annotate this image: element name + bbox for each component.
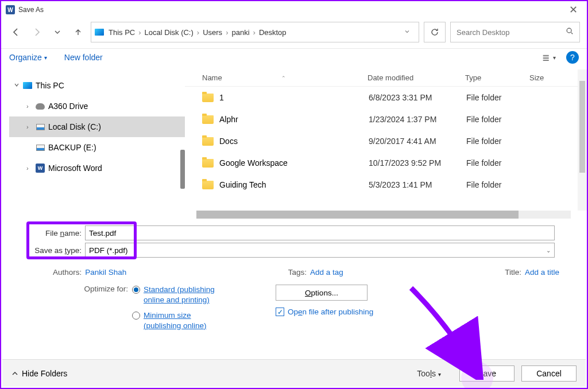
folder-icon — [202, 94, 214, 102]
window-title: Save As — [18, 6, 44, 14]
folder-icon — [202, 181, 214, 189]
file-row[interactable]: Google Workspace10/17/2023 9:52 PMFile f… — [185, 152, 587, 174]
file-list: Name ⌃ Date modified Type Size 16/8/2023… — [185, 69, 587, 219]
toolbar: Organize▾ New folder ≣ ▾ ? — [1, 49, 587, 69]
disk-icon — [36, 145, 45, 151]
bottom-bar: Hide Folders Tools▾ Save Cancel — [2, 359, 586, 387]
radio-off-icon — [132, 312, 140, 320]
view-icon[interactable]: ≣ — [542, 52, 550, 63]
search-input[interactable] — [457, 28, 566, 37]
optimize-label: Optimize for: — [70, 285, 132, 293]
file-row[interactable]: 16/8/2023 3:31 PMFile folder — [185, 87, 587, 108]
radio-minimum[interactable]: Minimum size (publishing online) — [132, 310, 230, 330]
authors-label: Authors: — [53, 268, 82, 277]
view-dropdown[interactable]: ▾ — [553, 55, 556, 61]
radio-standard[interactable]: Standard (publishing online and printing… — [132, 285, 230, 305]
pc-icon — [23, 82, 32, 89]
pc-icon — [95, 29, 104, 36]
authors-value[interactable]: Pankil Shah — [85, 268, 126, 277]
up-button[interactable] — [70, 24, 86, 41]
new-folder-button[interactable]: New folder — [64, 53, 103, 62]
word-icon: W — [6, 5, 15, 14]
title-label: Title: — [505, 268, 521, 277]
search-icon — [566, 27, 574, 37]
filename-input[interactable] — [85, 225, 555, 240]
tree-item-a360[interactable]: › A360 Drive — [9, 96, 185, 116]
open-after-checkbox[interactable]: ✓Open file after publishing — [276, 308, 396, 316]
refresh-button[interactable] — [424, 22, 446, 42]
svg-point-0 — [567, 28, 571, 33]
tree-this-pc[interactable]: This PC — [9, 75, 185, 96]
expand-icon[interactable]: › — [26, 103, 34, 110]
tree-item-word[interactable]: › W Microsoft Word — [9, 158, 185, 178]
crumb-users[interactable]: Users — [203, 28, 222, 37]
tags-value[interactable]: Add a tag — [310, 268, 343, 277]
nav-row: This PC› Local Disk (C:)› Users› panki› … — [1, 18, 587, 48]
back-button[interactable] — [8, 24, 24, 41]
column-headers[interactable]: Name ⌃ Date modified Type Size — [185, 69, 587, 87]
help-icon[interactable]: ? — [566, 51, 579, 64]
crumb-desktop[interactable]: Desktop — [259, 28, 287, 37]
tree-pane: This PC › A360 Drive › Local Disk (C:) B… — [1, 69, 185, 219]
sort-icon: ⌃ — [281, 75, 286, 81]
tools-menu[interactable]: Tools▾ — [417, 369, 441, 378]
search-box[interactable] — [450, 22, 580, 42]
tree-scrollbar[interactable] — [180, 150, 185, 189]
vertical-scrollbar[interactable] — [578, 69, 587, 211]
tree-item-backup[interactable]: BACKUP (E:) — [9, 137, 185, 158]
file-row[interactable]: Alphr1/23/2024 1:37 PMFile folder — [185, 108, 587, 130]
crumb-this-pc[interactable]: This PC — [109, 28, 135, 37]
cloud-icon — [36, 103, 45, 110]
checkbox-checked-icon: ✓ — [276, 308, 284, 316]
collapse-icon[interactable] — [14, 82, 22, 89]
file-row[interactable]: Docs9/20/2017 4:41 AMFile folder — [185, 130, 587, 152]
horizontal-scrollbar[interactable] — [196, 211, 571, 219]
hide-folders-button[interactable]: Hide Folders — [11, 369, 67, 378]
options-button[interactable]: Options... — [276, 285, 368, 301]
col-type[interactable]: Type — [465, 73, 529, 82]
tree-item-localdisk[interactable]: › Local Disk (C:) — [9, 116, 185, 137]
radio-on-icon — [132, 286, 140, 294]
filetype-select[interactable]: PDF (*.pdf)⌄ — [85, 243, 555, 258]
word-icon: W — [36, 164, 45, 173]
addr-dropdown[interactable] — [399, 28, 415, 37]
file-row[interactable]: Guiding Tech5/3/2023 1:41 PMFile folder — [185, 174, 587, 196]
folder-icon — [202, 137, 214, 146]
folder-icon — [202, 115, 214, 124]
disk-icon — [36, 124, 45, 130]
save-form: File name: Save as type: PDF (*.pdf)⌄ Au… — [1, 219, 587, 336]
title-value[interactable]: Add a title — [525, 268, 559, 277]
history-dropdown[interactable] — [49, 24, 65, 41]
crumb-user[interactable]: panki — [231, 28, 249, 37]
expand-icon[interactable]: › — [26, 165, 34, 172]
titlebar: W Save As ✕ — [1, 1, 587, 18]
close-icon[interactable]: ✕ — [564, 3, 582, 16]
crumb-disk[interactable]: Local Disk (C:) — [145, 28, 194, 37]
cancel-button[interactable]: Cancel — [521, 365, 577, 382]
col-modified[interactable]: Date modified — [368, 73, 465, 82]
forward-button[interactable] — [29, 24, 45, 41]
organize-menu[interactable]: Organize▾ — [9, 53, 47, 62]
filetype-label: Save as type: — [30, 246, 85, 255]
folder-icon — [202, 159, 214, 168]
filename-label: File name: — [30, 229, 85, 238]
expand-icon[interactable]: › — [26, 123, 34, 130]
address-bar[interactable]: This PC› Local Disk (C:)› Users› panki› … — [91, 22, 419, 42]
tags-label: Tags: — [288, 268, 307, 277]
annotation-circle — [461, 361, 493, 389]
col-size[interactable]: Size — [529, 73, 564, 82]
